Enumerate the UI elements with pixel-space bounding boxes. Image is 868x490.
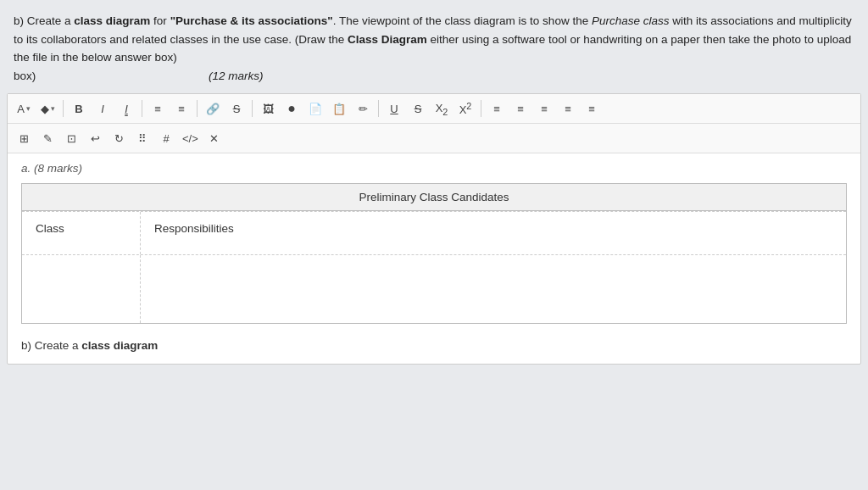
underline-button[interactable]: U — [383, 97, 405, 120]
unordered-list-icon: ≡ — [178, 103, 185, 115]
strikethrough-button[interactable]: S — [225, 97, 248, 120]
circle-icon: ● — [287, 101, 296, 116]
class-column-header-text: Class — [36, 222, 64, 235]
outdent-button[interactable]: ≡ — [581, 97, 603, 120]
font-label: A — [17, 103, 25, 115]
superscript-icon: X2 — [459, 101, 472, 116]
file-button[interactable]: 📄 — [304, 97, 326, 120]
ordered-list-button[interactable]: ≡ — [147, 97, 169, 120]
part-b-text: b) Create a — [21, 339, 81, 352]
bold-button[interactable]: B — [68, 97, 90, 120]
dots-icon: ⠿ — [138, 132, 147, 145]
toolbar-row2: ⊞ ✎ ⊡ ↩ ↻ ⠿ # </> ✕ — [8, 124, 860, 153]
dots-button[interactable]: ⠿ — [131, 127, 153, 149]
circle-button[interactable]: ● — [281, 97, 303, 120]
page-container: b) Create a class diagram for "Purchase … — [0, 0, 868, 490]
font-color-button[interactable]: ◆ ▾ — [36, 97, 58, 120]
editor-content: a. (8 marks) Preliminary Class Candidate… — [8, 153, 860, 364]
ordered-list-icon: ≡ — [154, 103, 161, 115]
edit-icon: ✎ — [43, 132, 53, 145]
align-center-icon: ≡ — [517, 103, 524, 115]
table-column-headers-row: Class Responsibilities — [22, 211, 846, 254]
link-icon: 🔗 — [206, 103, 220, 115]
intro-for: for — [150, 14, 170, 27]
align-left-icon: ≡ — [493, 103, 500, 115]
bold-icon: B — [75, 103, 82, 115]
subscript-button[interactable]: X2 — [431, 97, 453, 120]
separator2 — [142, 100, 142, 117]
outdent-icon: ≡ — [588, 103, 595, 115]
image-button[interactable]: 🖼 — [257, 97, 279, 120]
question-label-text: a. (8 marks) — [21, 162, 82, 175]
color-arrow-icon: ▾ — [51, 104, 55, 113]
file-icon: 📄 — [309, 103, 322, 115]
table-header-text: Preliminary Class Candidates — [359, 191, 509, 203]
hash-icon: # — [163, 132, 169, 145]
intro-class-diagram-bold: class diagram — [74, 14, 150, 27]
grid-icon: ⊡ — [67, 132, 76, 145]
table-empty-cell-right — [141, 255, 846, 323]
separator1 — [63, 100, 64, 117]
align-left-button[interactable]: ≡ — [486, 97, 508, 120]
intro-text: b) Create a class diagram for "Purchase … — [0, 0, 868, 93]
code-icon: </> — [182, 132, 198, 145]
separator5 — [378, 100, 379, 117]
image-icon: 🖼 — [263, 103, 274, 115]
undo-button[interactable]: ↩ — [84, 127, 106, 149]
responsibilities-column-header: Responsibilities — [141, 212, 846, 254]
redo-button[interactable]: ↻ — [108, 127, 130, 149]
separator3 — [197, 100, 198, 117]
italic2-button[interactable]: I — [115, 97, 137, 120]
table-button[interactable]: ⊞ — [13, 127, 35, 149]
align-right-icon: ≡ — [541, 103, 548, 115]
separator6 — [481, 100, 481, 117]
font-size-button[interactable]: A ▾ — [13, 97, 35, 120]
grid-button[interactable]: ⊡ — [60, 127, 82, 149]
subscript-icon: X2 — [436, 102, 448, 117]
redo-icon: ↻ — [114, 132, 124, 145]
undo-icon: ↩ — [91, 132, 100, 145]
superscript-button[interactable]: X2 — [454, 97, 476, 120]
indent-icon: ≡ — [565, 103, 571, 115]
question-label: a. (8 marks) — [21, 162, 847, 175]
code-button[interactable]: </> — [179, 127, 202, 149]
intro-marks-label: (12 marks) — [209, 70, 264, 82]
copy-button[interactable]: 📋 — [328, 97, 350, 120]
edit-button[interactable]: ✎ — [36, 127, 58, 149]
table-icon: ⊞ — [19, 132, 29, 145]
pencil-icon: ✏ — [359, 103, 368, 115]
underline-icon: U — [390, 103, 398, 115]
preliminary-class-table: Preliminary Class Candidates Class Respo… — [21, 183, 847, 324]
intro-italic: Purchase class — [592, 14, 670, 27]
table-empty-row — [22, 254, 846, 323]
italic2-icon: I — [125, 103, 128, 115]
paint-drop-icon: ◆ — [41, 103, 49, 115]
class-column-header: Class — [22, 212, 141, 254]
separator4 — [252, 100, 253, 117]
pencil-button[interactable]: ✏ — [352, 97, 374, 120]
align-right-button[interactable]: ≡ — [533, 97, 555, 120]
intro-class-diagram-bold2: Class Diagram — [348, 33, 427, 46]
intro-part-b-prefix: b) Create a — [14, 14, 74, 27]
editor-area: A ▾ ◆ ▾ B I I ≡ ≡ — [7, 93, 861, 365]
toolbar-row1: A ▾ ◆ ▾ B I I ≡ ≡ — [8, 94, 860, 124]
italic-button[interactable]: I — [92, 97, 114, 120]
unordered-list-button[interactable]: ≡ — [170, 97, 192, 120]
strikethrough2-icon: S — [415, 103, 422, 115]
strikethrough2-button[interactable]: S — [407, 97, 429, 120]
table-empty-cell-left — [22, 255, 141, 323]
indent-button[interactable]: ≡ — [557, 97, 579, 120]
hash-button[interactable]: # — [155, 127, 177, 149]
align-center-button[interactable]: ≡ — [509, 97, 531, 120]
responsibilities-column-header-text: Responsibilities — [154, 222, 234, 235]
link-button[interactable]: 🔗 — [202, 97, 224, 120]
close-icon: ✕ — [209, 132, 219, 145]
font-arrow-icon: ▾ — [26, 104, 31, 113]
table-header: Preliminary Class Candidates — [22, 184, 846, 211]
intro-rest: . The viewpoint of the class diagram is … — [333, 14, 592, 27]
part-b-label: b) Create a class diagram — [21, 331, 847, 355]
intro-quoted-bold: "Purchase & its associations" — [170, 14, 333, 27]
close-button[interactable]: ✕ — [203, 127, 225, 149]
italic-icon: I — [101, 103, 104, 115]
part-b-strong: class diagram — [81, 339, 158, 352]
